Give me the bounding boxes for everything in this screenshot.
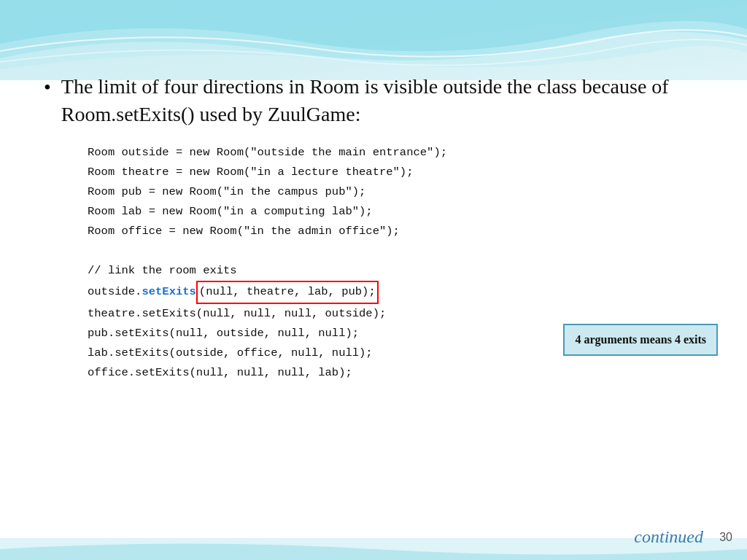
bullet-point: • xyxy=(44,74,51,101)
code-line-8: outside.setExits(null, theatre, lab, pub… xyxy=(88,281,718,303)
code-block: Room outside = new Room("outside the mai… xyxy=(88,143,718,384)
code-line-9: theatre.setExits(null, null, null, outsi… xyxy=(88,304,718,324)
wave-header xyxy=(0,0,747,80)
code-line-12: office.setExits(null, null, null, lab); xyxy=(88,363,718,383)
main-content: • The limit of four directions in Room i… xyxy=(44,73,718,524)
bullet-text: The limit of four directions in Room is … xyxy=(61,73,718,128)
code-line-1: Room outside = new Room("outside the mai… xyxy=(88,143,718,163)
code-line-5: Room office = new Room("in the admin off… xyxy=(88,222,718,241)
callout-box: 4 arguments means 4 exits xyxy=(563,324,718,356)
code-line-7: // link the room exits xyxy=(88,261,718,281)
code-line-3: Room pub = new Room("in the campus pub")… xyxy=(88,182,718,202)
red-box-highlight: (null, theatre, lab, pub); xyxy=(196,281,379,303)
code-line-4: Room lab = new Room("in a computing lab"… xyxy=(88,202,718,222)
page-number: 30 xyxy=(719,531,732,544)
bullet-section: • The limit of four directions in Room i… xyxy=(44,73,718,128)
setexits-highlight: setExits xyxy=(142,285,196,298)
code-line-6 xyxy=(88,241,718,261)
continued-label: continued xyxy=(634,527,703,547)
code-line-2: Room theatre = new Room("in a lecture th… xyxy=(88,163,718,182)
